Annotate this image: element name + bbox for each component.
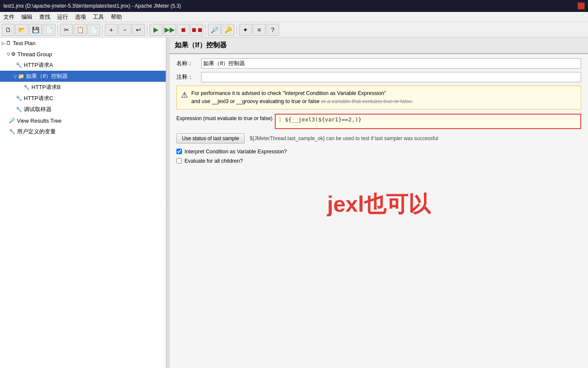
divider[interactable]: ⋮ xyxy=(166,37,170,368)
sidebar-item-thread-group[interactable]: ▽ ⚙ Thread Group xyxy=(0,49,166,60)
sidebar-item-label: Test Plan xyxy=(13,40,35,46)
expand-icon xyxy=(7,129,8,134)
last-sample-row: Use status of last sample ${JMeterThread… xyxy=(176,133,581,144)
use-last-sample-button[interactable]: Use status of last sample xyxy=(176,133,245,144)
toolbar-sep2 xyxy=(102,25,103,35)
expand-icon xyxy=(14,107,15,112)
comment-label: 注释： xyxy=(176,73,198,81)
sidebar-item-http-c[interactable]: 🔧 HTTP请求C xyxy=(0,93,166,104)
expand-icon: ▷ xyxy=(2,41,5,46)
sidebar-item-http-a[interactable]: 🔧 HTTP请求A xyxy=(0,60,166,71)
toolbar-new[interactable]: 🗋 xyxy=(2,24,14,36)
toolbar-run-no-pause[interactable]: ▶▶ xyxy=(163,24,176,36)
sampler-icon: 🔧 xyxy=(16,106,22,112)
expand-icon: ▽ xyxy=(7,52,10,57)
sidebar-item-label: 如果（If）控制器 xyxy=(26,72,68,80)
sidebar-item-label: HTTP请求A xyxy=(24,61,53,69)
toolbar-undo[interactable]: ↩ xyxy=(132,24,145,36)
panel-title: 如果（If）控制器 xyxy=(170,37,588,54)
sidebar-item-label: HTTP请求C xyxy=(24,95,53,102)
evaluate-all-row: Evaluate for all children? xyxy=(176,158,581,164)
interpret-condition-label[interactable]: Interpret Condition as Variable Expressi… xyxy=(184,149,287,155)
toolbar-search2[interactable]: 🔑 xyxy=(222,24,234,36)
expand-icon xyxy=(21,85,23,90)
title-text: test1.jmx (D:\apache-jmeter-5.3\bin\temp… xyxy=(3,3,181,9)
warning-box: ⚠ For performance it is advised to check… xyxy=(176,86,581,109)
toolbar-help[interactable]: ? xyxy=(266,24,279,36)
expression-editor-wrap: 1${__jexl3(${var1}==2,)} xyxy=(275,114,581,129)
expression-value: ${__jexl3(${var1}==2,)} xyxy=(285,116,362,123)
sidebar-item-label: HTTP请求B xyxy=(32,83,61,91)
if-controller-icon: 📁 xyxy=(18,73,24,79)
warning-strikethrough: or a variable that contains true or fals… xyxy=(321,98,413,104)
expand-icon xyxy=(14,63,15,68)
menu-tools[interactable]: 工具 xyxy=(89,12,107,22)
toolbar-run[interactable]: ▶ xyxy=(150,24,162,36)
sidebar-item-sampler[interactable]: 🔧 调试取样器 xyxy=(0,104,166,115)
toolbar-list[interactable]: ≡ xyxy=(253,24,265,36)
interpret-condition-row: Interpret Condition as Variable Expressi… xyxy=(176,149,581,155)
toolbar-open[interactable]: 📂 xyxy=(15,24,28,36)
menu-help[interactable]: 帮助 xyxy=(107,12,125,22)
name-input[interactable] xyxy=(201,58,581,69)
menu-run[interactable]: 运行 xyxy=(54,12,72,22)
comment-row: 注释： xyxy=(176,72,581,82)
toolbar: 🗋 📂 💾 📄 ✂ 📋 📄 + − ↩ ▶ ▶▶ ⏹ ⏹⏹ 🔎 🔑 ✦ ≡ ? xyxy=(0,22,588,37)
name-label: 名称： xyxy=(176,60,198,67)
panel-body: 名称： 注释： ⚠ For performance it is advised … xyxy=(170,54,588,224)
toolbar-add[interactable]: + xyxy=(105,24,118,36)
sidebar-item-test-plan[interactable]: ▷ 🗒 Test Plan xyxy=(0,37,166,49)
menu-file[interactable]: 文件 xyxy=(0,12,18,22)
toolbar-sep1 xyxy=(58,25,58,35)
toolbar-remove[interactable]: − xyxy=(118,24,131,36)
expand-icon xyxy=(7,118,8,123)
evaluate-all-checkbox[interactable] xyxy=(176,158,182,164)
menu-find[interactable]: 查找 xyxy=(36,12,54,22)
menu-bar: 文件 编辑 查找 运行 选项 工具 帮助 xyxy=(0,12,588,22)
content-area: 如果（If）控制器 名称： 注释： ⚠ For performance it i… xyxy=(170,37,588,368)
sidebar-item-label: 调试取样器 xyxy=(24,106,52,113)
sidebar-item-http-b[interactable]: 🔧 HTTP请求B xyxy=(0,82,166,93)
toolbar-remote[interactable]: ✦ xyxy=(239,24,252,36)
thread-group-icon: ⚙ xyxy=(11,51,16,57)
http-c-icon: 🔧 xyxy=(16,95,22,101)
http-a-icon: 🔧 xyxy=(16,62,22,68)
warning-line1: For performance it is advised to check "… xyxy=(191,89,413,98)
comment-input[interactable] xyxy=(201,72,581,82)
toolbar-saveas[interactable]: 📄 xyxy=(43,24,55,36)
toolbar-search1[interactable]: 🔎 xyxy=(208,24,221,36)
interpret-condition-checkbox[interactable] xyxy=(176,149,182,154)
expression-editor[interactable]: 1${__jexl3(${var1}==2,)} xyxy=(275,114,581,129)
line-number: 1 xyxy=(278,117,281,123)
expand-icon xyxy=(14,96,15,101)
warning-text: For performance it is advised to check "… xyxy=(191,89,413,106)
toolbar-sep5 xyxy=(236,25,237,35)
toolbar-stop[interactable]: ⏹ xyxy=(177,24,190,36)
expand-icon: ▽ xyxy=(14,74,17,79)
sidebar-item-user-vars[interactable]: 🔧 用户定义的变量 xyxy=(0,126,166,137)
last-sample-hint: ${JMeterThread.last_sample_ok} can be us… xyxy=(250,135,438,141)
menu-edit[interactable]: 编辑 xyxy=(18,12,36,22)
close-button[interactable] xyxy=(578,3,585,9)
warning-line2: and use __jexl3 or __groovy evaluating t… xyxy=(191,98,413,106)
sidebar-item-if-controller[interactable]: ▽ 📁 如果（If）控制器 xyxy=(0,71,166,82)
sidebar-item-view-results[interactable]: 🔎 View Results Tree xyxy=(0,115,166,126)
toolbar-shutdown[interactable]: ⏹⏹ xyxy=(190,24,203,36)
evaluate-all-label[interactable]: Evaluate for all children? xyxy=(184,158,243,164)
expression-row: Expression (must evaluate to true or fal… xyxy=(176,114,581,129)
toolbar-copy[interactable]: 📋 xyxy=(74,24,86,36)
name-row: 名称： xyxy=(176,58,581,69)
big-text: jexl也可以 xyxy=(176,190,581,219)
sidebar-item-label: View Results Tree xyxy=(17,118,62,124)
sidebar: ▷ 🗒 Test Plan ▽ ⚙ Thread Group 🔧 HTTP请求A… xyxy=(0,37,166,368)
menu-options[interactable]: 选项 xyxy=(72,12,89,22)
toolbar-paste[interactable]: 📄 xyxy=(87,24,100,36)
view-results-icon: 🔎 xyxy=(9,118,15,124)
toolbar-save[interactable]: 💾 xyxy=(29,24,42,36)
title-bar: test1.jmx (D:\apache-jmeter-5.3\bin\temp… xyxy=(0,0,588,12)
sidebar-item-label: Thread Group xyxy=(17,51,52,58)
toolbar-cut[interactable]: ✂ xyxy=(60,24,73,36)
expression-label: Expression (must evaluate to true or fal… xyxy=(176,114,272,121)
test-plan-icon: 🗒 xyxy=(6,40,11,46)
warning-icon: ⚠ xyxy=(181,90,188,100)
